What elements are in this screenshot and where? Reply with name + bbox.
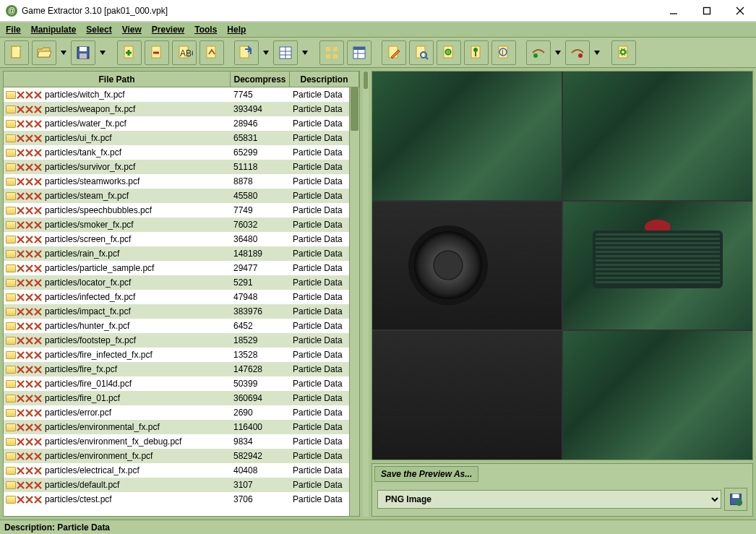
table-row[interactable]: particles/footstep_fx.pcf18529Particle D… [4, 333, 349, 348]
decompress-value: 40408 [231, 465, 290, 475]
decompress-value: 65299 [231, 147, 290, 158]
table-row[interactable]: particles/fire_01.pcf360694Particle Data [4, 391, 349, 405]
table-row[interactable]: particles/screen_fx.pcf36480Particle Dat… [4, 232, 349, 246]
convert-in-button[interactable] [526, 40, 551, 65]
tree-button[interactable] [464, 40, 489, 65]
table-row[interactable]: particles/fire_01l4d.pcf50399Particle Da… [4, 376, 349, 391]
menu-file[interactable]: File [6, 25, 21, 35]
view-table-button[interactable] [273, 40, 298, 65]
table-row[interactable]: particles/ctest.pcf3706Particle Data [4, 492, 349, 507]
edit-button[interactable] [382, 40, 406, 65]
table-scrollbar[interactable] [349, 87, 359, 516]
open-button[interactable] [32, 40, 56, 65]
remove-button[interactable] [145, 40, 169, 65]
info-button[interactable]: i [491, 40, 516, 65]
table-row[interactable]: particles/impact_fx.pcf383976Particle Da… [4, 304, 349, 319]
file-path: particles/witch_fx.pcf [45, 90, 125, 100]
decompress-value: 76032 [231, 220, 290, 230]
open-dropdown[interactable] [59, 40, 68, 65]
save-button[interactable] [71, 40, 95, 65]
table-row[interactable]: particles/default.pcf3107Particle Data [4, 478, 349, 492]
file-path: particles/electrical_fx.pcf [45, 465, 139, 475]
convert-in-dropdown[interactable] [554, 40, 562, 65]
table-row[interactable]: particles/tank_fx.pcf65299Particle Data [4, 145, 349, 160]
table-row[interactable]: particles/rain_fx.pcf148189Particle Data [4, 246, 349, 261]
table-row[interactable]: particles/steam_fx.pcf45580Particle Data [4, 189, 349, 203]
x-icon [34, 481, 42, 489]
close-button[interactable] [730, 4, 750, 18]
script-button[interactable] [437, 40, 461, 65]
table-row[interactable]: particles/steamworks.pcf8878Particle Dat… [4, 174, 349, 189]
rename-button[interactable]: ABC [172, 40, 197, 65]
file-path: particles/default.pcf [45, 480, 119, 490]
list-detail-button[interactable] [347, 40, 371, 65]
table-row[interactable]: particles/weapon_fx.pcf393494Particle Da… [4, 102, 349, 116]
save-format-select[interactable]: PNG Image [377, 490, 721, 509]
settings-button[interactable] [611, 40, 636, 65]
app-icon: @ [6, 5, 17, 17]
x-icon [25, 496, 33, 504]
table-row[interactable]: particles/electrical_fx.pcf40408Particle… [4, 463, 349, 478]
table-row[interactable]: particles/speechbubbles.pcf7749Particle … [4, 203, 349, 218]
table-row[interactable]: particles/fire_infected_fx.pcf13528Parti… [4, 348, 349, 362]
menu-preview[interactable]: Preview [152, 25, 184, 35]
replace-button[interactable] [199, 40, 224, 65]
convert-out-button[interactable] [565, 40, 590, 65]
table-row[interactable]: particles/witch_fx.pcf7745Particle Data [4, 87, 349, 102]
x-icon [25, 221, 33, 229]
x-icon [34, 322, 42, 330]
menu-tools[interactable]: Tools [194, 25, 217, 35]
table-row[interactable]: particles/water_fx.pcf28946Particle Data [4, 116, 349, 131]
titlebar: @ Game Extractor 3.10 [pak01_000.vpk] [0, 0, 756, 22]
table-row[interactable]: particles/locator_fx.pcf5291Particle Dat… [4, 275, 349, 290]
table-row[interactable]: particles/particle_sample.pcf29477Partic… [4, 261, 349, 275]
menubar: FileManipulateSelectViewPreviewToolsHelp [0, 22, 756, 38]
save-preview-button[interactable] [724, 488, 747, 511]
view-dropdown[interactable] [301, 40, 309, 65]
table-row[interactable]: particles/hunter_fx.pcf6452Particle Data [4, 319, 349, 333]
group-button[interactable] [319, 40, 344, 65]
table-row[interactable]: particles/infected_fx.pcf47948Particle D… [4, 290, 349, 304]
x-icon [17, 409, 25, 417]
save-dropdown[interactable] [98, 40, 107, 65]
table-row[interactable]: particles/environmental_fx.pcf116400Part… [4, 420, 349, 434]
file-icon [6, 149, 16, 157]
table-row[interactable]: particles/environment_fx.pcf582942Partic… [4, 449, 349, 463]
x-icon [34, 250, 42, 258]
menu-select[interactable]: Select [86, 25, 111, 35]
new-button[interactable] [4, 40, 29, 65]
maximize-button[interactable] [697, 4, 717, 18]
convert-out-dropdown[interactable] [593, 40, 601, 65]
table-row[interactable]: particles/survivor_fx.pcf51118Particle D… [4, 160, 349, 174]
col-header-decompress[interactable]: Decompress [231, 72, 290, 87]
search-button[interactable] [409, 40, 434, 65]
decompress-value: 7745 [231, 90, 290, 100]
table-row[interactable]: particles/smoker_fx.pcf76032Particle Dat… [4, 218, 349, 232]
x-icon [25, 250, 33, 258]
decompress-value: 2690 [231, 408, 290, 418]
svg-rect-21 [333, 54, 338, 59]
file-icon [6, 395, 16, 402]
file-icon [6, 467, 16, 475]
description-value: Particle Data [290, 176, 349, 186]
col-header-description[interactable]: Description [290, 72, 359, 87]
file-icon [6, 409, 16, 417]
table-row[interactable]: particles/fire_fx.pcf147628Particle Data [4, 362, 349, 376]
col-header-path[interactable]: File Path [4, 72, 231, 87]
save-tab[interactable]: Save the Preview As... [374, 466, 478, 482]
x-icon [17, 149, 25, 157]
x-icon [34, 293, 42, 301]
extract-dropdown[interactable] [262, 40, 270, 65]
splitter-scrollbar[interactable] [363, 71, 369, 517]
menu-view[interactable]: View [122, 25, 142, 35]
x-icon [25, 308, 33, 316]
menu-manipulate[interactable]: Manipulate [31, 25, 77, 35]
table-row[interactable]: particles/ui_fx.pcf65831Particle Data [4, 131, 349, 145]
table-row[interactable]: particles/error.pcf2690Particle Data [4, 405, 349, 420]
minimize-button[interactable] [663, 4, 684, 18]
menu-help[interactable]: Help [227, 25, 246, 35]
file-icon [6, 438, 16, 446]
table-row[interactable]: particles/environment_fx_debug.pcf9834Pa… [4, 434, 349, 449]
extract-button[interactable] [234, 40, 259, 65]
add-button[interactable] [117, 40, 142, 65]
